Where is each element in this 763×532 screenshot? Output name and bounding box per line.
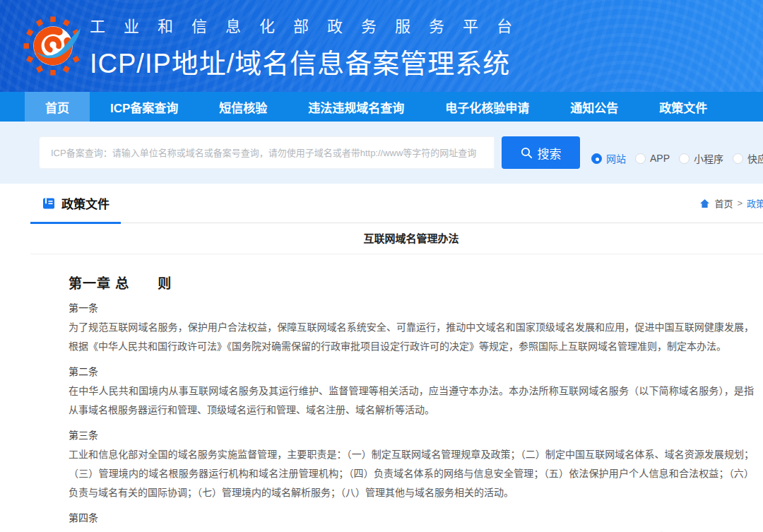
clause-text: 在中华人民共和国境内从事互联网域名服务及其运行维护、监督管理等相关活动，应当遵守… — [69, 382, 754, 420]
clause-1: 第一条 为了规范互联网域名服务，保护用户合法权益，保障互联网域名系统安全、可靠运… — [69, 302, 754, 356]
clause-text: 各省、自治区、直辖市通信管理局对本行政区域内的域名服务实施监督管理，主要职责是：… — [69, 528, 754, 532]
nav-item-notices[interactable]: 通知公告 — [550, 92, 639, 122]
radio-icon — [733, 153, 743, 164]
main-content: 政策文件 首页 > 政策文件 互联网域名管理办法 第一章 总 则 第一条 为了规… — [30, 184, 763, 532]
nav-item-policy-files[interactable]: 政策文件 — [639, 92, 728, 122]
system-title: ICP/IP地址/域名信息备案管理系统 — [90, 42, 531, 81]
clause-4: 第四条 各省、自治区、直辖市通信管理局对本行政区域内的域名服务实施监督管理，主要… — [69, 512, 754, 532]
clause-number: 第四条 — [69, 512, 754, 524]
search-button[interactable]: 搜索 — [502, 136, 580, 169]
search-type-website[interactable]: 网站 — [591, 151, 626, 165]
breadcrumb-current-link[interactable]: 政策文件 — [747, 196, 763, 210]
clause-number: 第二条 — [69, 366, 754, 377]
search-type-mini-program[interactable]: 小程序 — [679, 151, 723, 165]
search-input[interactable] — [39, 136, 495, 169]
home-icon — [699, 199, 710, 208]
clause-number: 第三条 — [69, 430, 754, 441]
nav-item-illegal-domain-query[interactable]: 违法违规域名查询 — [288, 92, 425, 122]
search-band: 搜索 网站 APP 小程序 快应用 — [0, 122, 763, 184]
radio-icon — [635, 153, 646, 164]
clause-text: 为了规范互联网域名服务，保护用户合法权益，保障互联网域名系统安全、可靠运行，推动… — [69, 318, 754, 356]
site-header: 工业和信息化部政务服务平台 ICP/IP地址/域名信息备案管理系统 — [0, 0, 763, 92]
header-title-block: 工业和信息化部政务服务平台 ICP/IP地址/域名信息备案管理系统 — [90, 12, 531, 81]
search-row: 搜索 网站 APP 小程序 快应用 — [39, 136, 763, 169]
chapter-heading: 第一章 总 则 — [69, 276, 754, 292]
gear-e-logo-icon — [23, 16, 83, 76]
nav-item-icp-query[interactable]: ICP备案查询 — [90, 92, 199, 122]
search-button-label: 搜索 — [538, 144, 562, 162]
article-title: 互联网域名管理办法 — [30, 223, 763, 254]
search-type-app[interactable]: APP — [635, 153, 670, 164]
policy-files-section-tab: 政策文件 — [30, 194, 110, 212]
search-type-quick-app[interactable]: 快应用 — [733, 151, 763, 165]
radio-selected-icon — [591, 153, 602, 164]
miit-gear-e-logo — [23, 9, 83, 83]
search-icon — [521, 147, 533, 159]
breadcrumb-home-link[interactable]: 首页 — [714, 196, 733, 210]
platform-name: 工业和信息化部政务服务平台 — [90, 13, 531, 36]
clause-2: 第二条 在中华人民共和国境内从事互联网域名服务及其运行维护、监督管理等相关活动，… — [69, 366, 754, 420]
book-icon — [42, 197, 55, 210]
section-title: 政策文件 — [61, 194, 110, 212]
clause-3: 第三条 工业和信息化部对全国的域名服务实施监督管理，主要职责是：（一）制定互联网… — [69, 430, 754, 502]
clause-number: 第一条 — [69, 302, 754, 314]
section-head: 政策文件 首页 > 政策文件 — [30, 184, 763, 223]
search-type-group: 网站 APP 小程序 快应用 — [591, 136, 763, 169]
main-nav: 首页 ICP备案查询 短信核验 违法违规域名查询 电子化核验申请 通知公告 政策… — [0, 92, 763, 122]
radio-icon — [679, 153, 690, 164]
nav-item-electronic-verify-apply[interactable]: 电子化核验申请 — [425, 92, 550, 122]
nav-item-sms-verify[interactable]: 短信核验 — [199, 92, 288, 122]
nav-item-home[interactable]: 首页 — [25, 92, 90, 122]
article-body: 第一章 总 则 第一条 为了规范互联网域名服务，保护用户合法权益，保障互联网域名… — [30, 276, 763, 532]
clause-text: 工业和信息化部对全国的域名服务实施监督管理，主要职责是：（一）制定互联网域名管理… — [69, 445, 754, 502]
breadcrumb: 首页 > 政策文件 — [699, 196, 763, 210]
breadcrumb-separator: > — [737, 198, 743, 208]
